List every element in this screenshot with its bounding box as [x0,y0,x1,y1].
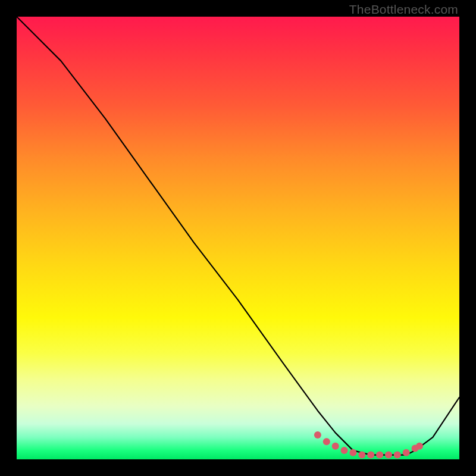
highlight-marker [416,443,423,450]
highlight-marker [376,452,383,459]
curve-layer [17,17,459,459]
plot-area [17,17,459,459]
highlight-markers [314,431,423,459]
bottleneck-curve [17,17,459,455]
highlight-marker [332,443,339,450]
watermark-text: TheBottleneck.com [349,2,458,17]
highlight-marker [314,431,321,439]
highlight-marker [403,449,410,456]
highlight-marker [394,452,401,459]
highlight-marker [349,449,356,456]
highlight-marker [358,452,365,459]
highlight-marker [385,452,392,459]
highlight-marker [367,452,374,459]
chart-frame: TheBottleneck.com [0,0,476,476]
highlight-marker [341,447,348,454]
highlight-marker [323,438,330,445]
